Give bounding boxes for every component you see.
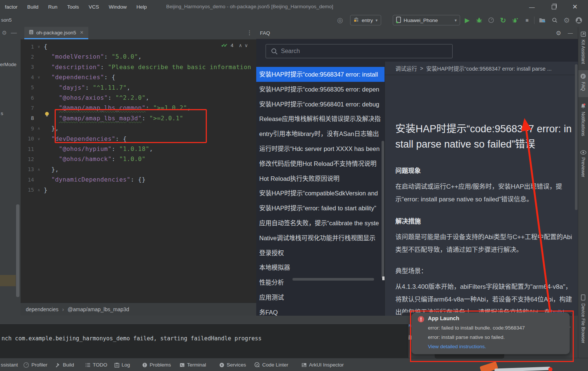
faq-detail-scrollbar[interactable]: [575, 64, 578, 210]
device-selector[interactable]: Huawei_Phone ▾: [393, 15, 460, 25]
faq-settings-gear-icon[interactable]: ⚙: [556, 30, 561, 37]
menu-item-tools[interactable]: Tools: [62, 4, 84, 10]
faq-list-item[interactable]: 应用自动签名失败，提示“calibrate the syste: [256, 216, 385, 231]
faq-list-item[interactable]: 安装HAP时提示“code:9568401 error: debug: [256, 97, 385, 112]
fold-open-icon[interactable]: ∨: [36, 137, 42, 141]
faq-list-item[interactable]: 安装HAP时提示“compatibleSdkVersion and: [256, 186, 385, 201]
line-number[interactable]: 4: [21, 74, 36, 80]
faq-list-item[interactable]: 安装HAP时提示“error: failed to start ability”: [256, 201, 385, 216]
code-text[interactable]: },: [44, 166, 59, 173]
faq-list-item[interactable]: 运行时提示“Hdc server port XXXX has been: [256, 141, 385, 156]
run-button[interactable]: ▶: [462, 13, 472, 27]
faq-list-item[interactable]: Release应用堆栈解析相关错误提示及解决指: [256, 111, 385, 126]
line-number[interactable]: 5: [21, 84, 36, 90]
inspections-widget[interactable]: ✔✔ 4 ∧ ∨: [221, 43, 248, 48]
faq-minimize-icon[interactable]: —: [568, 30, 573, 36]
code-text[interactable]: "@ohos/axios": "^2.2.0",: [44, 94, 149, 101]
fold-close-icon[interactable]: ∧: [36, 188, 42, 192]
code-text[interactable]: }: [44, 186, 48, 194]
right-bar-item-device-file-browser[interactable]: Device File Browser: [578, 294, 588, 343]
tab-options-icon[interactable]: ⋮: [246, 29, 253, 36]
code-line-3[interactable]: 3 "description": "Please describe the ba…: [21, 62, 256, 72]
device-file-explorer-icon[interactable]: [537, 13, 547, 27]
code-text[interactable]: "modelVersion": "5.0.0",: [44, 53, 142, 60]
search-everywhere-icon[interactable]: [550, 13, 560, 27]
fold-close-icon[interactable]: ∧: [36, 167, 42, 171]
line-number[interactable]: 11: [21, 146, 36, 152]
right-bar-item-faq[interactable]: FFAQ: [578, 73, 588, 91]
code-text[interactable]: "dayjs": "^1.11.7",: [44, 84, 131, 91]
right-bar-item-kit-assistant[interactable]: Kit Assistant: [578, 31, 588, 64]
tool-window-button-services[interactable]: Services: [219, 358, 246, 371]
code-text[interactable]: "@ohos/hamock": "1.0.0": [44, 155, 146, 163]
faq-list-item[interactable]: 安装HAP时提示“code:9568305 error: depen: [256, 82, 385, 97]
faq-list-item[interactable]: Native调试堆栈可视化功能并行栈视图显示: [256, 231, 385, 245]
line-number[interactable]: 6: [21, 95, 36, 101]
line-number[interactable]: 12: [21, 156, 36, 162]
code-text[interactable]: "dynamicDependencies": {}: [44, 176, 146, 183]
code-text[interactable]: "dependencies": {: [44, 74, 116, 81]
tab-close-icon[interactable]: ✕: [80, 30, 84, 35]
right-bar-item-previewer[interactable]: Previewer: [578, 150, 588, 177]
line-number[interactable]: 10: [21, 136, 36, 142]
rerun-button[interactable]: ↻: [498, 13, 508, 27]
tool-window-button-todo[interactable]: TODO: [85, 358, 107, 371]
view-instructions-link[interactable]: View detailed instructions.: [428, 344, 486, 349]
tool-window-button-log[interactable]: Log: [114, 358, 130, 371]
tool-window-button-ssistant[interactable]: ssistant: [1, 358, 18, 371]
tool-window-button-code-linter[interactable]: Code Linter: [254, 358, 288, 371]
faq-list-item[interactable]: 务FAQ: [256, 305, 385, 316]
tool-window-button-terminal[interactable]: Terminal: [180, 358, 206, 371]
code-line-2[interactable]: 2 "modelVersion": "5.0.0",: [21, 52, 256, 62]
code-line-5[interactable]: 5 "dayjs": "^1.11.7",: [21, 83, 256, 93]
fold-open-icon[interactable]: ∨: [36, 44, 42, 49]
menu-item-run[interactable]: Run: [43, 4, 62, 10]
menu-item-factor[interactable]: factor: [0, 4, 22, 10]
right-bar-item-notifications[interactable]: Notifications: [578, 103, 588, 136]
faq-list-vertical-scrollbar[interactable]: [382, 141, 384, 278]
tool-window-button-profiler[interactable]: Profiler: [23, 358, 48, 371]
line-number[interactable]: 13: [21, 166, 36, 172]
debug-button[interactable]: [474, 13, 484, 27]
faq-list-item[interactable]: 应用测试: [256, 290, 385, 305]
code-line-14[interactable]: 14 "dynamicDependencies": {}: [21, 174, 256, 185]
line-number[interactable]: 15: [21, 187, 36, 193]
faq-list-horizontal-scrollbar[interactable]: [293, 278, 374, 281]
line-number[interactable]: 3: [21, 64, 36, 70]
profile-avatar[interactable]: [574, 13, 584, 27]
restore-button[interactable]: [545, 0, 562, 13]
tab-oh-package[interactable]: {} oh-package.json5 ✕: [24, 27, 88, 39]
faq-list-item[interactable]: 性能分析: [256, 275, 385, 290]
tool-window-button-arkui-inspector[interactable]: ArkUI Inspector: [301, 358, 344, 371]
line-number[interactable]: 1: [21, 44, 36, 50]
faq-list-item[interactable]: 安装HAP时提示“code:9568347 error: install: [256, 67, 385, 82]
panel-minimize-icon[interactable]: —: [11, 30, 17, 36]
line-number[interactable]: 2: [21, 54, 36, 60]
line-number[interactable]: 8: [21, 115, 36, 121]
search-input[interactable]: [266, 44, 452, 58]
fold-open-icon[interactable]: ∨: [36, 75, 42, 79]
code-line-13[interactable]: 13∧ },: [21, 164, 256, 174]
code-line-6[interactable]: 6 "@ohos/axios": "^2.2.0",: [21, 93, 256, 103]
code-line-11[interactable]: 11 "@ohos/hypium": "1.0.18",: [21, 144, 256, 154]
faq-list-item[interactable]: 修改代码后使用Hot Reload不支持情况说明: [256, 156, 385, 171]
menu-item-vcs[interactable]: VCS: [84, 4, 104, 10]
attach-target-icon[interactable]: ◎: [335, 13, 345, 27]
breadcrumb-category[interactable]: 调试运行: [395, 64, 417, 72]
code-line-4[interactable]: 4∨ "dependencies": {: [21, 72, 256, 82]
faq-list-item[interactable]: Hot Reload执行失败原因说明: [256, 171, 385, 186]
line-number[interactable]: 7: [21, 105, 36, 111]
left-panel-scrollbar[interactable]: [16, 204, 19, 297]
line-number[interactable]: 9: [21, 126, 36, 132]
settings-gear-icon[interactable]: ⚙: [562, 13, 572, 27]
stop-button[interactable]: ■: [522, 13, 532, 27]
code-line-12[interactable]: 12 "@ohos/hamock": "1.0.0": [21, 154, 256, 164]
fold-close-icon[interactable]: ∧: [36, 126, 42, 130]
code-text[interactable]: "description": "Please describe the basi…: [44, 64, 251, 71]
faq-list-item[interactable]: 登录授权: [256, 245, 385, 260]
breadcrumb-amap-item[interactable]: @amap/amap_lbs_map3d: [68, 306, 129, 312]
minimize-button[interactable]: —: [523, 0, 540, 13]
attach-debugger-button[interactable]: [510, 13, 520, 27]
prev-issue-icon[interactable]: ∧: [239, 43, 242, 48]
code-text[interactable]: "@ohos/hypium": "1.0.18",: [44, 145, 153, 152]
